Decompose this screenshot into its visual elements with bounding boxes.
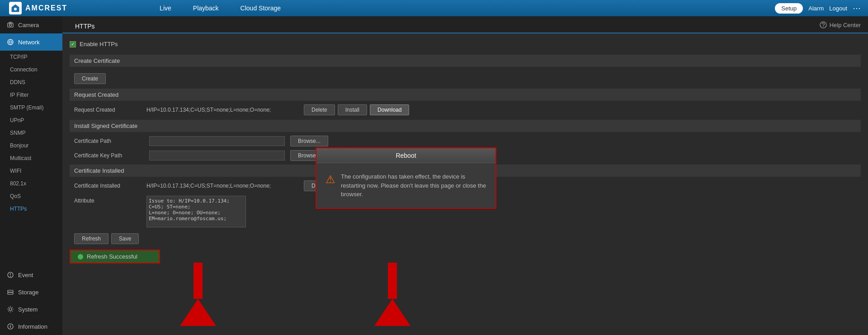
page-header: HTTPs Help Center xyxy=(62,16,868,33)
storage-icon xyxy=(6,288,14,296)
download-button[interactable]: Download xyxy=(370,104,409,115)
sidebar-item-camera[interactable]: Camera xyxy=(0,16,62,33)
sub-item-snmp[interactable]: SNMP xyxy=(0,127,62,139)
cert-installed-label: Certificate Installed xyxy=(74,183,146,189)
reboot-body: ⚠ The configuration has taken effect, th… xyxy=(316,163,495,208)
create-button[interactable]: Create xyxy=(74,73,106,84)
sidebar-label-storage: Storage xyxy=(18,289,39,296)
logo-area: AMCREST xyxy=(0,2,76,14)
main-layout: Camera Network TCP/IP Connection DDNS IP… xyxy=(0,16,868,335)
nav-live[interactable]: Live xyxy=(149,0,182,16)
attribute-textarea[interactable]: Issue to: H/IP=10.0.17.134; C=US; ST=non… xyxy=(146,196,246,227)
delete-request-button[interactable]: Delete xyxy=(304,104,335,115)
attribute-container: Issue to: H/IP=10.0.17.134; C=US; ST=non… xyxy=(146,196,255,229)
nav-playback[interactable]: Playback xyxy=(182,0,230,16)
logo-text: AMCREST xyxy=(25,4,67,12)
arrow-head-right xyxy=(374,299,410,326)
arrow-shaft-left xyxy=(193,263,203,299)
reboot-title-bar: Reboot xyxy=(316,148,495,163)
svg-rect-11 xyxy=(8,293,13,294)
enable-https-row: Enable HTTPs xyxy=(70,41,861,47)
arrow-left xyxy=(180,263,216,326)
cert-path-label: Certificate Path xyxy=(74,138,146,144)
sidebar-label-network: Network xyxy=(18,39,40,46)
create-cert-section: Create Certificate xyxy=(70,55,861,67)
sub-item-qos[interactable]: QoS xyxy=(0,190,62,203)
success-text: Refresh Successful xyxy=(87,253,137,260)
sub-item-tcpip[interactable]: TCP/IP xyxy=(0,51,62,63)
request-created-row: Request Created H/IP=10.0.17.134;C=US;ST… xyxy=(70,104,861,115)
request-created-label: Request Created xyxy=(74,107,146,113)
arrows-container xyxy=(62,254,868,335)
browse-cert-button[interactable]: Browse... xyxy=(290,136,328,146)
svg-rect-10 xyxy=(8,290,13,292)
svg-point-1 xyxy=(14,8,17,10)
system-icon xyxy=(6,305,14,313)
arrow-shaft-right xyxy=(388,263,397,299)
request-created-section: Request Created xyxy=(70,89,861,101)
sidebar-item-event[interactable]: Event xyxy=(0,266,62,283)
install-button[interactable]: Install xyxy=(338,104,367,115)
event-icon xyxy=(6,271,14,279)
page-tab-https: HTTPs xyxy=(70,20,100,33)
sub-item-bonjour[interactable]: Bonjour xyxy=(0,139,62,152)
sub-item-ipfilter[interactable]: IP Filter xyxy=(0,89,62,101)
svg-point-9 xyxy=(10,276,11,277)
nav-links: Live Playback Cloud Storage xyxy=(149,0,292,16)
attribute-label: Attribute xyxy=(74,196,146,204)
help-label: Help Center xyxy=(830,22,861,28)
enable-https-checkbox[interactable] xyxy=(70,41,76,47)
arrow-right xyxy=(374,263,410,326)
sidebar-label-camera: Camera xyxy=(18,22,39,28)
sub-item-smtp[interactable]: SMTP (Email) xyxy=(0,101,62,114)
cert-path-input[interactable] xyxy=(149,136,285,146)
save-button[interactable]: Save xyxy=(111,233,139,244)
info-icon xyxy=(6,322,14,330)
sub-item-connection[interactable]: Connection xyxy=(0,63,62,76)
enable-https-label: Enable HTTPs xyxy=(80,41,118,47)
top-nav: AMCREST Live Playback Cloud Storage Setu… xyxy=(0,0,868,16)
refresh-button[interactable]: Refresh xyxy=(74,233,108,244)
success-banner: Refresh Successful xyxy=(70,250,160,264)
sub-item-wifi[interactable]: WIFI xyxy=(0,165,62,177)
sub-item-upnp[interactable]: UPnP xyxy=(0,114,62,127)
alarm-button[interactable]: Alarm xyxy=(808,5,824,12)
arrow-head-left xyxy=(180,299,216,326)
request-created-value: H/IP=10.0.17.134;C=US;ST=none;L=none;O=n… xyxy=(146,107,300,113)
svg-point-12 xyxy=(9,308,12,311)
warning-icon: ⚠ xyxy=(326,173,335,186)
help-center-button[interactable]: Help Center xyxy=(812,16,868,33)
menu-dots-icon[interactable]: ⋯ xyxy=(853,3,861,13)
svg-point-15 xyxy=(10,325,11,326)
install-signed-section: Install Signed Certificate xyxy=(70,120,861,132)
sidebar-item-storage[interactable]: Storage xyxy=(0,283,62,301)
sub-item-multicast[interactable]: Multicast xyxy=(0,152,62,165)
setup-button[interactable]: Setup xyxy=(775,3,803,14)
main-content: HTTPs Help Center Enable HTTPs Create Ce… xyxy=(62,16,868,335)
sidebar-label-event: Event xyxy=(18,272,33,278)
network-icon xyxy=(6,38,14,46)
sub-item-ddns[interactable]: DDNS xyxy=(0,76,62,89)
https-content: Enable HTTPs Create Certificate Create R… xyxy=(62,33,868,255)
cert-key-path-input[interactable] xyxy=(149,151,285,160)
sidebar-item-information[interactable]: Information xyxy=(0,318,62,335)
sidebar-label-information: Information xyxy=(18,323,47,330)
camera-icon xyxy=(6,21,14,29)
nav-right: Setup Alarm Logout ⋯ xyxy=(775,3,868,14)
sub-item-https[interactable]: HTTPs xyxy=(0,203,62,215)
svg-point-17 xyxy=(823,26,824,27)
reboot-title: Reboot xyxy=(396,152,416,159)
sidebar-item-system[interactable]: System xyxy=(0,301,62,318)
cert-key-path-label: Certificate Key Path xyxy=(74,152,146,159)
sidebar-item-network[interactable]: Network xyxy=(0,33,62,51)
logo-icon xyxy=(9,2,22,14)
sidebar-label-system: System xyxy=(18,306,38,313)
nav-cloud-storage[interactable]: Cloud Storage xyxy=(230,0,292,16)
success-dot-icon xyxy=(78,254,83,260)
svg-point-3 xyxy=(9,24,12,26)
sidebar: Camera Network TCP/IP Connection DDNS IP… xyxy=(0,16,62,335)
sub-item-8021x[interactable]: 802.1x xyxy=(0,177,62,190)
reboot-dialog: Reboot ⚠ The configuration has taken eff… xyxy=(316,147,496,209)
logout-button[interactable]: Logout xyxy=(829,5,847,12)
cert-installed-value: H/IP=10.0.17.134;C=US;ST=none;L=none;O=n… xyxy=(146,183,300,189)
